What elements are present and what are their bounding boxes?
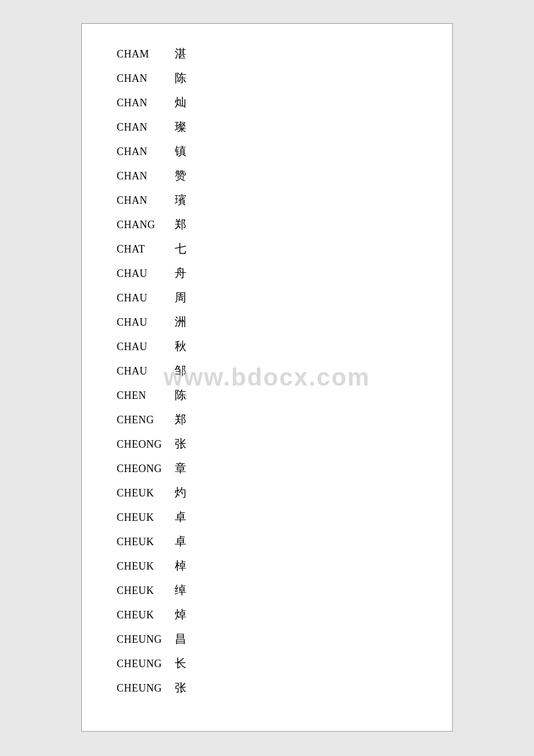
romanization-text: CHEUK: [117, 534, 169, 550]
chinese-character: 赞: [175, 167, 186, 184]
chinese-character: 张: [175, 435, 186, 452]
chinese-character: 灿: [175, 93, 186, 111]
romanization-text: CHAU: [117, 315, 169, 330]
romanization-text: CHAN: [117, 95, 169, 111]
romanization-text: CHAU: [117, 363, 169, 379]
list-item: CHAU秋: [82, 334, 452, 358]
chinese-character: 璨: [175, 118, 186, 135]
list-item: CHAN璨: [82, 114, 452, 139]
romanization-text: CHEUNG: [117, 681, 169, 696]
chinese-character: 舟: [175, 264, 186, 282]
chinese-character: 镇: [175, 142, 186, 160]
chinese-character: 洲: [175, 313, 186, 330]
list-item: CHAT七: [82, 236, 452, 261]
chinese-character: 陈: [175, 386, 186, 404]
chinese-character: 焯: [175, 606, 186, 623]
entry-list: CHAM湛CHAN陈CHAN灿CHAN璨CHAN镇CHAN赞CHAN璸CHANG…: [82, 41, 452, 700]
list-item: CHEUNG长: [82, 651, 452, 675]
chinese-character: 昌: [175, 630, 186, 647]
list-item: CHEONG张: [82, 431, 452, 456]
romanization-text: CHAN: [117, 193, 169, 208]
list-item: CHEUK卓: [82, 529, 452, 553]
romanization-text: CHAU: [117, 339, 169, 355]
list-item: CHEUK卓: [82, 505, 452, 529]
chinese-character: 周: [175, 289, 186, 306]
list-item: CHENG郑: [82, 407, 452, 431]
list-item: CHEUNG昌: [82, 627, 452, 651]
romanization-text: CHEUK: [117, 510, 169, 525]
list-item: CHAU舟: [82, 261, 452, 285]
list-item: CHAU周: [82, 285, 452, 309]
romanization-text: CHAN: [117, 168, 169, 184]
chinese-character: 张: [175, 679, 186, 696]
romanization-text: CHEUK: [117, 583, 169, 599]
romanization-text: CHAN: [117, 144, 169, 160]
chinese-character: 秋: [175, 337, 186, 355]
romanization-text: CHAN: [117, 120, 169, 135]
list-item: CHEUK棹: [82, 553, 452, 578]
list-item: CHEUK绰: [82, 578, 452, 602]
list-item: CHAU邹: [82, 358, 452, 383]
list-item: CHAU洲: [82, 309, 452, 334]
list-item: CHEUNG张: [82, 675, 452, 700]
chinese-character: 郑: [175, 215, 186, 233]
chinese-character: 七: [175, 240, 186, 257]
list-item: CHEONG章: [82, 456, 452, 480]
chinese-character: 灼: [175, 484, 186, 501]
chinese-character: 郑: [175, 411, 186, 428]
romanization-text: CHEUNG: [117, 632, 169, 647]
list-item: CHEN陈: [82, 383, 452, 407]
romanization-text: CHENG: [117, 412, 169, 428]
romanization-text: CHAT: [117, 242, 169, 257]
romanization-text: CHANG: [117, 217, 169, 233]
chinese-character: 邹: [175, 362, 186, 379]
chinese-character: 湛: [175, 45, 186, 62]
chinese-character: 棹: [175, 557, 186, 574]
chinese-character: 卓: [175, 532, 186, 550]
list-item: CHAN镇: [82, 139, 452, 163]
list-item: CHAN璸: [82, 188, 452, 212]
romanization-text: CHAU: [117, 266, 169, 282]
list-item: CHAN赞: [82, 163, 452, 188]
romanization-text: CHEUK: [117, 559, 169, 574]
chinese-character: 卓: [175, 508, 186, 525]
romanization-text: CHAN: [117, 71, 169, 87]
romanization-text: CHEUNG: [117, 656, 169, 672]
chinese-character: 陈: [175, 69, 186, 87]
chinese-character: 璸: [175, 191, 186, 208]
chinese-character: 章: [175, 459, 186, 477]
romanization-text: CHEONG: [117, 461, 169, 477]
chinese-character: 绰: [175, 581, 186, 599]
list-item: CHAN灿: [82, 90, 452, 114]
romanization-text: CHAM: [117, 46, 169, 62]
romanization-text: CHAU: [117, 290, 169, 306]
romanization-text: CHEN: [117, 388, 169, 404]
list-item: CHEUK焯: [82, 602, 452, 627]
list-item: CHANG郑: [82, 212, 452, 236]
list-item: CHAN陈: [82, 66, 452, 90]
page-container: www.bdocx.com CHAM湛CHAN陈CHAN灿CHAN璨CHAN镇C…: [81, 23, 453, 732]
list-item: CHEUK灼: [82, 480, 452, 505]
chinese-character: 长: [175, 654, 186, 672]
list-item: CHAM湛: [82, 41, 452, 66]
romanization-text: CHEONG: [117, 437, 169, 452]
romanization-text: CHEUK: [117, 607, 169, 623]
romanization-text: CHEUK: [117, 485, 169, 501]
